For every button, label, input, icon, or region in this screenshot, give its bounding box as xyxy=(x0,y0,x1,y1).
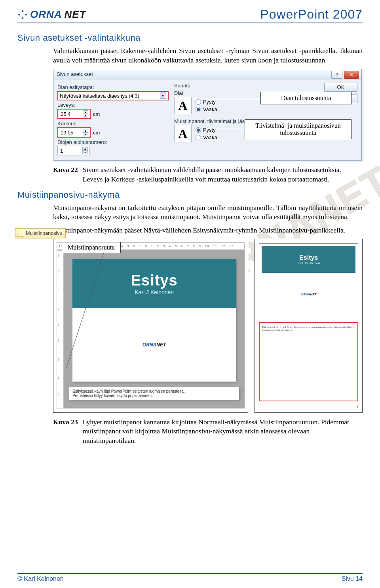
orientation-thumb-icon: A xyxy=(174,97,192,114)
mini-logo-small: ORNANET xyxy=(301,293,317,296)
arrow-down-icon[interactable]: ▼ xyxy=(83,132,88,136)
heading-muistiinpano: Muistiinpanosivu-näkymä xyxy=(17,190,363,200)
help-button[interactable]: ? xyxy=(331,71,342,79)
callout-line-icon xyxy=(200,129,256,129)
svg-rect-1 xyxy=(18,13,20,15)
caption-22: Kuva 22 Sivun asetukset -valintaikkunan … xyxy=(53,165,363,184)
callout-dia-suunta: Dian tulostussuunta xyxy=(260,92,352,104)
slide-subtitle: Kari J Keinonen xyxy=(135,289,174,295)
page-header: ORNANET PowerPoint 2007 xyxy=(17,7,363,23)
radio-label: Pysty xyxy=(203,99,216,105)
brand-logo: ORNANET xyxy=(17,8,86,21)
radio-diat-vaaka[interactable]: Vaaka xyxy=(196,106,217,112)
radio-notes-vaaka[interactable]: Vaaka xyxy=(196,134,217,140)
ribbon-muistiinpanosivu[interactable]: Muistiinpanosivu xyxy=(15,228,66,238)
figure-notes-view: Muistiinpanoruutu 13 · 12 · 11 · 10 · 9 … xyxy=(53,239,363,412)
value-aloitusnro: 1 xyxy=(60,148,63,154)
unit-cm: cm xyxy=(93,111,100,117)
callout-notes-suunta: Tiivistelmä- ja muistiinpanosivun tulost… xyxy=(245,119,352,139)
dialog-titlebar: Sivun asetukset ? X xyxy=(53,69,361,79)
spinner-korkeus[interactable]: 19,05 ▲▼ xyxy=(57,127,91,138)
select-esitystapa-value: Näytössä katseltava diaesitys (4:3) xyxy=(60,93,139,99)
orientation-thumb-icon: A xyxy=(174,125,192,142)
heading-sivun-asetukset: Sivun asetukset -valintaikkuna xyxy=(17,33,363,43)
caption-23-label: Kuva 23 xyxy=(53,418,78,446)
logo-diamond-icon xyxy=(17,9,28,20)
figure-dialog: Sivun asetukset ? X Dian esitystapa: Näy… xyxy=(53,69,362,161)
notes-tiny-text: Esityksessä käyn läpi PowerPoint esityst… xyxy=(262,325,355,333)
para-intro: Valintaikkunaan pääset Rakenne-välilehde… xyxy=(53,46,363,65)
dialog-title: Sivun asetukset xyxy=(57,71,93,77)
radio-icon xyxy=(196,127,201,133)
doc-title: PowerPoint 2007 xyxy=(260,7,363,22)
radio-label: Pysty xyxy=(203,127,216,133)
arrow-down-icon[interactable]: ▼ xyxy=(82,151,88,154)
para-notes-2: Muistiinpanot-näkymään pääset Näytä-väli… xyxy=(53,226,363,235)
unit-cm-2: cm xyxy=(93,130,100,136)
callout-muistiinpanoruutu: Muistiinpanoruutu xyxy=(62,242,121,253)
label-suunta: Suunta xyxy=(174,83,319,89)
radio-icon xyxy=(196,135,201,140)
vertical-ruler: 975 311 357 xyxy=(57,250,64,408)
label-aloitusnro: Diojen aloitusnumero: xyxy=(57,139,169,145)
notes-highlight-box: Esityksessä käyn läpi PowerPoint esityst… xyxy=(259,322,358,401)
caption-22-text: Sivun asetukset -valintaikkunan välilehd… xyxy=(83,165,363,184)
mini-title: Esitys xyxy=(299,254,318,261)
slide-title: Esitys xyxy=(131,272,178,289)
notes-line-1: Esityksessä käyn läpi PowerPoint esityst… xyxy=(72,389,236,393)
value-leveys: 25,4 xyxy=(61,111,70,117)
arrow-up-icon[interactable]: ▲ xyxy=(82,147,88,151)
arrow-down-icon[interactable]: ▼ xyxy=(83,114,88,117)
mini-slide-thumb: Esitys Kari J Keinonen ORNANET xyxy=(259,243,358,319)
caption-22-label: Kuva 22 xyxy=(53,165,78,184)
close-button[interactable]: X xyxy=(344,71,359,79)
svg-rect-3 xyxy=(21,17,24,19)
para-notes-1: Muistiinpanot-näkymä on tarkoitettu esit… xyxy=(53,203,363,222)
radio-icon xyxy=(196,107,201,112)
notes-page-area: Esitys Kari J Keinonen ORNANET Esitykses… xyxy=(64,250,245,408)
label-esitystapa: Dian esitystapa: xyxy=(57,84,169,90)
page-number: 1 xyxy=(259,405,358,408)
footer-left: © Kari Keinonen xyxy=(17,575,64,582)
brand-text-b: NET xyxy=(65,8,86,21)
value-korkeus: 19,05 xyxy=(61,130,74,136)
ok-button[interactable]: OK xyxy=(324,83,357,92)
footer-right: Sivu 14 xyxy=(342,575,363,582)
radio-label: Vaaka xyxy=(203,134,217,140)
spinner-aloitusnro[interactable]: 1 ▲▼ xyxy=(57,146,90,155)
notes-right-panel: Esitys Kari J Keinonen ORNANET Esitykses… xyxy=(255,239,363,412)
notes-text-area[interactable]: Esityksessä käyn läpi PowerPoint esityst… xyxy=(69,387,239,400)
select-esitystapa[interactable]: Näytössä katseltava diaesitys (4:3) ▾ xyxy=(57,91,169,100)
svg-rect-2 xyxy=(25,13,27,15)
caption-23: Kuva 23 Lyhyet muistiinpanot kannattaa k… xyxy=(53,418,363,446)
callout-line-icon xyxy=(192,99,262,99)
radio-icon xyxy=(196,99,201,105)
brand-text-a: ORNA xyxy=(30,8,62,21)
arrow-up-icon[interactable]: ▲ xyxy=(83,129,88,132)
chevron-down-icon: ▾ xyxy=(160,93,166,99)
radio-diat-pysty[interactable]: Pysty xyxy=(196,99,217,105)
svg-rect-0 xyxy=(21,10,24,12)
spinner-leveys[interactable]: 25,4 ▲▼ xyxy=(57,109,91,119)
mini-sub: Kari J Keinonen xyxy=(297,261,319,265)
radio-label: Vaaka xyxy=(203,106,217,112)
label-leveys: Leveys: xyxy=(57,102,169,108)
slide-thumbnail: Esitys Kari J Keinonen ORNANET xyxy=(72,259,236,382)
ribbon-icon xyxy=(17,230,24,237)
ribbon-label: Muistiinpanosivu xyxy=(26,231,62,236)
dialog-left-column: Dian esitystapa: Näytössä katseltava dia… xyxy=(57,83,169,155)
page-footer: © Kari Keinonen Sivu 14 xyxy=(17,573,363,582)
notes-left-panel: 13 · 12 · 11 · 10 · 9 · 8 · 7 · 6 · 5 · … xyxy=(53,239,248,412)
notes-line-2: Perusteisiin liittyy kuvien käyttö ja pi… xyxy=(72,393,236,398)
label-korkeus: Korkeus: xyxy=(57,121,169,127)
page-setup-dialog: Sivun asetukset ? X Dian esitystapa: Näy… xyxy=(53,69,362,161)
caption-23-text: Lyhyet muistiinpanot kannattaa kirjoitta… xyxy=(83,418,363,446)
radio-notes-pysty[interactable]: Pysty xyxy=(196,127,217,133)
arrow-up-icon[interactable]: ▲ xyxy=(83,110,88,114)
mini-logo: ORNANET xyxy=(142,342,166,348)
